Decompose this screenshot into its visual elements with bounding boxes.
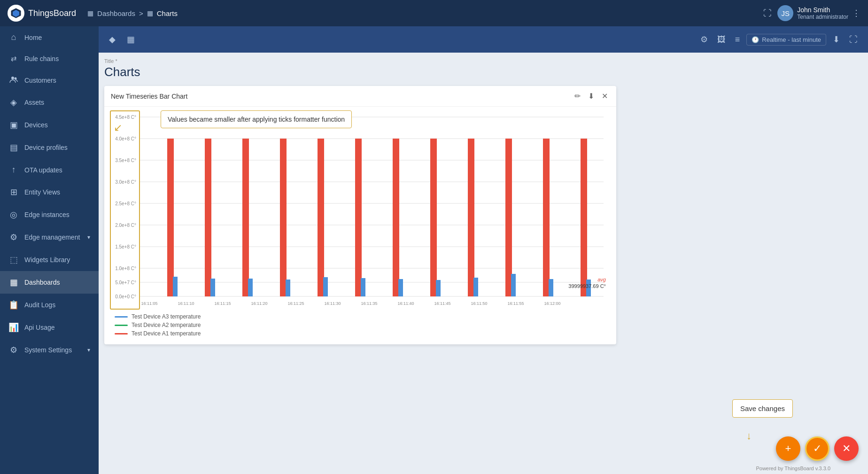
svg-rect-27 bbox=[280, 139, 287, 296]
sidebar-item-ota-updates[interactable]: ↑ OTA updates bbox=[0, 159, 99, 181]
svg-rect-30 bbox=[393, 139, 399, 296]
sidebar-label-ota-updates: OTA updates bbox=[24, 166, 90, 174]
sidebar-item-audit-logs[interactable]: 📋 Audit Logs bbox=[0, 294, 99, 316]
sidebar-item-edge-management[interactable]: ⚙ Edge management ▾ bbox=[0, 226, 99, 249]
user-profile: JS John Smith Tenant administrator ⋮ bbox=[777, 5, 860, 21]
api-usage-icon: 📊 bbox=[8, 322, 19, 333]
cancel-button[interactable]: ✕ bbox=[834, 436, 859, 461]
svg-rect-26 bbox=[242, 139, 249, 296]
device-profiles-icon: ▤ bbox=[8, 142, 19, 153]
breadcrumb-icon-charts: ▦ bbox=[147, 9, 153, 17]
avg-value: 39999937.69 C° bbox=[568, 283, 606, 289]
sidebar-item-rule-chains[interactable]: ⇄ Rule chains bbox=[0, 48, 99, 69]
image-button[interactable]: 🖼 bbox=[714, 32, 728, 47]
svg-rect-42 bbox=[398, 279, 403, 296]
svg-rect-37 bbox=[210, 279, 215, 296]
grid-mode-button[interactable]: ▦ bbox=[124, 31, 138, 47]
customers-icon bbox=[8, 75, 19, 85]
svg-rect-29 bbox=[355, 139, 362, 296]
logo: ThingsBoard bbox=[8, 5, 76, 22]
chart-container: 4.5e+8 C° 4.0e+8 C° 3.5e+8 C° 3.0e+8 C° … bbox=[108, 110, 612, 310]
svg-rect-39 bbox=[286, 280, 290, 296]
sidebar-label-home: Home bbox=[24, 34, 90, 41]
widget-header: New Timeseries Bar Chart ✏ ⬇ ✕ bbox=[104, 86, 616, 107]
edge-management-icon: ⚙ bbox=[8, 232, 19, 242]
svg-rect-28 bbox=[318, 139, 324, 296]
avatar: JS bbox=[777, 5, 793, 21]
app-name: ThingsBoard bbox=[28, 8, 76, 18]
ota-updates-icon: ↑ bbox=[8, 165, 19, 175]
sidebar-item-system-settings[interactable]: ⚙ System Settings ▾ bbox=[0, 339, 99, 361]
dashboards-icon: ▦ bbox=[8, 277, 19, 288]
fab-group: + ✓ ✕ bbox=[776, 436, 859, 461]
svg-text:3.5e+8 C°: 3.5e+8 C° bbox=[115, 158, 136, 163]
sidebar-item-customers[interactable]: Customers bbox=[0, 69, 99, 91]
svg-text:16:11:25: 16:11:25 bbox=[287, 301, 304, 306]
download-button[interactable]: ⬇ bbox=[830, 31, 843, 47]
svg-text:2.0e+8 C°: 2.0e+8 C° bbox=[115, 223, 136, 228]
svg-rect-44 bbox=[473, 278, 478, 296]
realtime-label: Realtime - last minute bbox=[762, 36, 821, 43]
legend-color-a2 bbox=[115, 325, 128, 326]
chart-area: Values became smaller after applying tic… bbox=[104, 107, 616, 344]
widget-card: New Timeseries Bar Chart ✏ ⬇ ✕ Values be… bbox=[104, 86, 616, 344]
svg-rect-33 bbox=[505, 139, 512, 296]
sidebar-label-system-settings: System Settings bbox=[24, 346, 82, 354]
fullscreen-button-toolbar[interactable]: ⛶ bbox=[846, 32, 860, 47]
sidebar-label-assets: Assets bbox=[24, 99, 90, 106]
add-widget-button[interactable]: + bbox=[776, 436, 800, 461]
sidebar-label-dashboards: Dashboards bbox=[24, 279, 90, 286]
user-more-button[interactable]: ⋮ bbox=[852, 8, 860, 18]
title-label: Title * bbox=[104, 58, 862, 64]
sidebar-item-entity-views[interactable]: ⊞ Entity Views bbox=[0, 181, 99, 203]
breadcrumb-dashboards[interactable]: Dashboards bbox=[97, 9, 135, 17]
clock-icon: 🕐 bbox=[752, 36, 759, 43]
svg-text:16:11:50: 16:11:50 bbox=[471, 301, 487, 306]
powered-by: Powered by ThingsBoard v.3.3.0 bbox=[756, 466, 830, 471]
home-icon: ⌂ bbox=[8, 32, 19, 42]
svg-rect-35 bbox=[581, 139, 587, 296]
fullscreen-button[interactable]: ⛶ bbox=[763, 8, 772, 18]
toolbar-right: ⚙ 🖼 ≡ 🕐 Realtime - last minute ⬇ ⛶ bbox=[698, 31, 860, 47]
settings-button[interactable]: ⚙ bbox=[698, 31, 711, 47]
widgets-library-icon: ⬚ bbox=[8, 255, 19, 265]
svg-text:16:11:20: 16:11:20 bbox=[251, 301, 267, 306]
svg-text:4.0e+8 C°: 4.0e+8 C° bbox=[115, 136, 136, 141]
widget-title: New Timeseries Bar Chart bbox=[111, 93, 187, 100]
view-mode-button[interactable]: ◆ bbox=[106, 31, 118, 47]
sidebar-label-edge-management: Edge management bbox=[24, 233, 82, 241]
widget-actions: ✏ ⬇ ✕ bbox=[573, 91, 610, 101]
breadcrumb-current: Charts bbox=[157, 9, 178, 17]
sidebar-label-devices: Devices bbox=[24, 121, 90, 129]
svg-rect-34 bbox=[543, 139, 550, 296]
svg-rect-43 bbox=[436, 280, 441, 296]
topbar-right: ⛶ JS John Smith Tenant administrator ⋮ bbox=[763, 5, 860, 21]
filter-button[interactable]: ≡ bbox=[732, 32, 743, 47]
sidebar-item-dashboards[interactable]: ▦ Dashboards bbox=[0, 271, 99, 294]
system-settings-icon: ⚙ bbox=[8, 345, 19, 355]
sidebar-item-api-usage[interactable]: 📊 Api Usage bbox=[0, 316, 99, 339]
svg-text:16:11:55: 16:11:55 bbox=[507, 301, 524, 306]
svg-rect-41 bbox=[361, 278, 365, 296]
widget-download-button[interactable]: ⬇ bbox=[586, 91, 596, 101]
widget-edit-button[interactable]: ✏ bbox=[573, 91, 582, 101]
sidebar: ⌂ Home ⇄ Rule chains Customers ◈ Assets … bbox=[0, 26, 99, 474]
legend-color-a1 bbox=[115, 333, 128, 334]
sidebar-label-audit-logs: Audit Logs bbox=[24, 301, 90, 309]
confirm-button[interactable]: ✓ bbox=[805, 436, 829, 461]
sidebar-item-devices[interactable]: ▣ Devices bbox=[0, 114, 99, 136]
widget-close-button[interactable]: ✕ bbox=[600, 91, 610, 101]
svg-text:1.0e+8 C°: 1.0e+8 C° bbox=[115, 266, 136, 271]
rule-chains-icon: ⇄ bbox=[8, 54, 19, 63]
sidebar-item-edge-instances[interactable]: ◎ Edge instances bbox=[0, 203, 99, 226]
sidebar-item-assets[interactable]: ◈ Assets bbox=[0, 91, 99, 114]
content-area: ◆ ▦ ⚙ 🖼 ≡ 🕐 Realtime - last minute ⬇ ⛶ T… bbox=[99, 26, 868, 474]
sidebar-item-home[interactable]: ⌂ Home bbox=[0, 26, 99, 48]
edge-instances-icon: ◎ bbox=[8, 210, 19, 220]
save-changes-callout: Save changes bbox=[732, 399, 793, 418]
sidebar-item-widgets-library[interactable]: ⬚ Widgets Library bbox=[0, 249, 99, 271]
chevron-down-icon-settings: ▾ bbox=[87, 347, 90, 353]
dashboard-toolbar: ◆ ▦ ⚙ 🖼 ≡ 🕐 Realtime - last minute ⬇ ⛶ bbox=[99, 26, 868, 53]
sidebar-item-device-profiles[interactable]: ▤ Device profiles bbox=[0, 136, 99, 159]
assets-icon: ◈ bbox=[8, 97, 19, 108]
